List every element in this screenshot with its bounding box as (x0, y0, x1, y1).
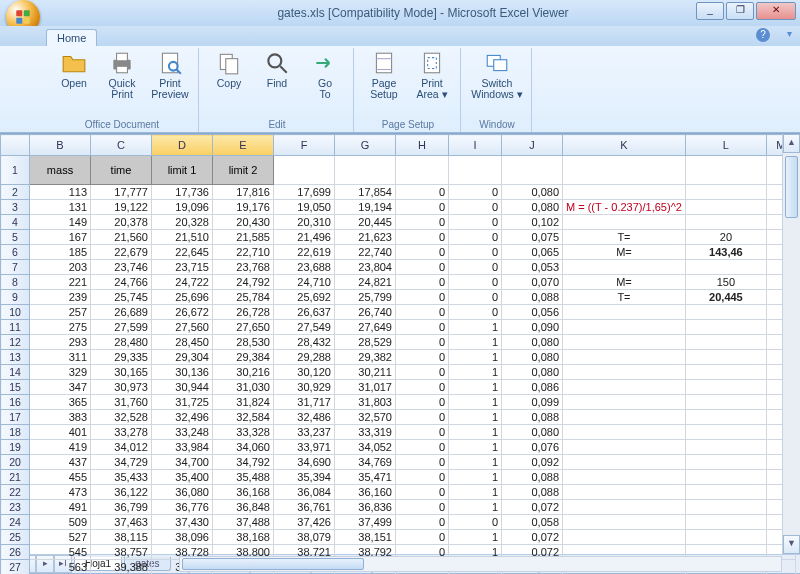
cell-I4[interactable]: 0 (449, 215, 502, 230)
cell-C15[interactable]: 30,973 (91, 380, 152, 395)
cell-C8[interactable]: 24,766 (91, 275, 152, 290)
cell-L12[interactable] (685, 335, 766, 350)
cell-F10[interactable]: 26,637 (274, 305, 335, 320)
cell-E9[interactable]: 25,784 (213, 290, 274, 305)
col-header-I[interactable]: I (449, 135, 502, 156)
cell-F11[interactable]: 27,549 (274, 320, 335, 335)
row-header-17[interactable]: 17 (1, 410, 30, 425)
cell-I6[interactable]: 0 (449, 245, 502, 260)
cell-L7[interactable] (685, 260, 766, 275)
row-header-9[interactable]: 9 (1, 290, 30, 305)
cell-D10[interactable]: 26,672 (152, 305, 213, 320)
cell-F18[interactable]: 33,237 (274, 425, 335, 440)
cell-C9[interactable]: 25,745 (91, 290, 152, 305)
cell-C22[interactable]: 36,122 (91, 485, 152, 500)
row-header-3[interactable]: 3 (1, 200, 30, 215)
cell-L22[interactable] (685, 485, 766, 500)
row-header-5[interactable]: 5 (1, 230, 30, 245)
cell-F14[interactable]: 30,120 (274, 365, 335, 380)
cell-H24[interactable]: 0 (396, 515, 449, 530)
cell-D22[interactable]: 36,080 (152, 485, 213, 500)
cell-F19[interactable]: 33,971 (274, 440, 335, 455)
cell-I18[interactable]: 1 (449, 425, 502, 440)
cell-I8[interactable]: 0 (449, 275, 502, 290)
cell-B24[interactable]: 509 (30, 515, 91, 530)
cell-L23[interactable] (685, 500, 766, 515)
cell-E23[interactable]: 36,848 (213, 500, 274, 515)
cell-I5[interactable]: 0 (449, 230, 502, 245)
scroll-thumb[interactable] (785, 156, 798, 218)
cell-B23[interactable]: 491 (30, 500, 91, 515)
cell-F8[interactable]: 24,710 (274, 275, 335, 290)
cell-B6[interactable]: 185 (30, 245, 91, 260)
cell-E18[interactable]: 33,328 (213, 425, 274, 440)
cell-C2[interactable]: 17,777 (91, 185, 152, 200)
cell-F9[interactable]: 25,692 (274, 290, 335, 305)
cell-F21[interactable]: 35,394 (274, 470, 335, 485)
cell-D23[interactable]: 36,776 (152, 500, 213, 515)
cell-G3[interactable]: 19,194 (335, 200, 396, 215)
cell-F15[interactable]: 30,929 (274, 380, 335, 395)
cell-B27[interactable]: 563 (30, 560, 91, 575)
cell-E15[interactable]: 31,030 (213, 380, 274, 395)
cell-C26[interactable]: 38,757 (91, 545, 152, 560)
col-header-G[interactable]: G (335, 135, 396, 156)
cell-K21[interactable] (563, 470, 686, 485)
cell-B25[interactable]: 527 (30, 530, 91, 545)
cell-G4[interactable]: 20,445 (335, 215, 396, 230)
cell-L16[interactable] (685, 395, 766, 410)
cell-C16[interactable]: 31,760 (91, 395, 152, 410)
cell-E19[interactable]: 34,060 (213, 440, 274, 455)
cell-F23[interactable]: 36,761 (274, 500, 335, 515)
cell-C25[interactable]: 38,115 (91, 530, 152, 545)
col-header-K[interactable]: K (563, 135, 686, 156)
cell-D4[interactable]: 20,328 (152, 215, 213, 230)
cell-J12[interactable]: 0,080 (502, 335, 563, 350)
maximize-button[interactable]: ❐ (726, 2, 754, 20)
row-header-24[interactable]: 24 (1, 515, 30, 530)
cell-L14[interactable] (685, 365, 766, 380)
cell-D24[interactable]: 37,430 (152, 515, 213, 530)
cell-B8[interactable]: 221 (30, 275, 91, 290)
cell-H12[interactable]: 0 (396, 335, 449, 350)
goto-button[interactable]: Go To (303, 50, 347, 100)
cell-E22[interactable]: 36,168 (213, 485, 274, 500)
cell-G11[interactable]: 27,649 (335, 320, 396, 335)
cell-E8[interactable]: 24,792 (213, 275, 274, 290)
cell-K23[interactable] (563, 500, 686, 515)
cell-K17[interactable] (563, 410, 686, 425)
cell-E5[interactable]: 21,585 (213, 230, 274, 245)
cell-J19[interactable]: 0,076 (502, 440, 563, 455)
cell-I22[interactable]: 1 (449, 485, 502, 500)
cell-D25[interactable]: 38,096 (152, 530, 213, 545)
ribbon-options-icon[interactable]: ▾ (787, 28, 792, 39)
cell-K22[interactable] (563, 485, 686, 500)
row-header-1[interactable]: 1 (1, 156, 30, 185)
cell-K19[interactable] (563, 440, 686, 455)
cell-K10[interactable] (563, 305, 686, 320)
cell-C11[interactable]: 27,599 (91, 320, 152, 335)
cell-J9[interactable]: 0,088 (502, 290, 563, 305)
cell-F24[interactable]: 37,426 (274, 515, 335, 530)
cell-G14[interactable]: 30,211 (335, 365, 396, 380)
cell-I17[interactable]: 1 (449, 410, 502, 425)
cell-G15[interactable]: 31,017 (335, 380, 396, 395)
cell-I14[interactable]: 1 (449, 365, 502, 380)
cell-C6[interactable]: 22,679 (91, 245, 152, 260)
scroll-down-icon[interactable]: ▼ (783, 535, 800, 554)
cell-E24[interactable]: 37,488 (213, 515, 274, 530)
cell-D15[interactable]: 30,944 (152, 380, 213, 395)
cell-E10[interactable]: 26,728 (213, 305, 274, 320)
cell-L11[interactable] (685, 320, 766, 335)
cell-H14[interactable]: 0 (396, 365, 449, 380)
cell-E13[interactable]: 29,384 (213, 350, 274, 365)
cell-H13[interactable]: 0 (396, 350, 449, 365)
switch-windows-button[interactable]: Switch Windows ▾ (469, 50, 525, 100)
cell-B26[interactable]: 545 (30, 545, 91, 560)
cell-D6[interactable]: 22,645 (152, 245, 213, 260)
cell-L5[interactable]: 20 (685, 230, 766, 245)
cell-K13[interactable] (563, 350, 686, 365)
cell-J11[interactable]: 0,090 (502, 320, 563, 335)
cell-L24[interactable] (685, 515, 766, 530)
row-header-18[interactable]: 18 (1, 425, 30, 440)
